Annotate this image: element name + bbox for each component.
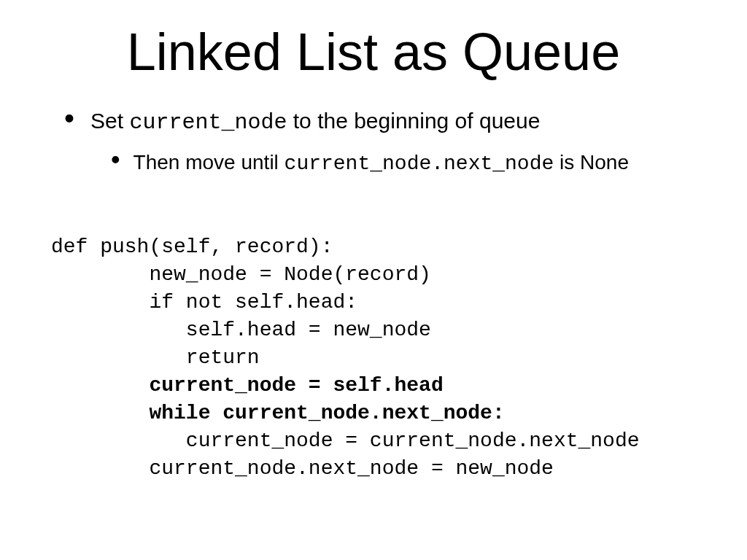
bullet-2-post: is None <box>554 151 629 174</box>
bullet-1-text: Set current_node to the beginning of que… <box>90 108 540 136</box>
bullet-2-text: Then move until current_node.next_node i… <box>133 150 629 176</box>
code-line: return <box>51 346 260 369</box>
bullet-2-code: current_node.next_node <box>285 152 554 175</box>
code-line: current_node.next_node = new_node <box>51 457 554 480</box>
bullet-2-pre: Then move until <box>133 151 285 174</box>
bullet-1-post: to the beginning of queue <box>287 109 540 133</box>
code-line: self.head = new_node <box>51 319 431 341</box>
bullet-dot-icon: • <box>64 108 74 128</box>
code-line-bold: current_node = self.head <box>51 374 444 397</box>
bullet-dot-icon: • <box>111 150 120 169</box>
bullet-list: • Set current_node to the beginning of q… <box>64 108 718 176</box>
bullet-level-1: • Set current_node to the beginning of q… <box>64 108 718 136</box>
slide-title: Linked List as Queue <box>29 22 718 82</box>
code-line: def push(self, record): <box>51 236 333 258</box>
code-block: def push(self, record): new_node = Node(… <box>51 206 718 510</box>
slide: Linked List as Queue • Set current_node … <box>0 0 747 560</box>
code-line: current_node = current_node.next_node <box>51 429 640 452</box>
code-line: new_node = Node(record) <box>51 263 431 286</box>
bullet-1-pre: Set <box>90 109 129 133</box>
bullet-level-2: • Then move until current_node.next_node… <box>111 150 718 176</box>
code-line: if not self.head: <box>51 291 357 314</box>
code-line-bold: while current_node.next_node: <box>51 402 505 424</box>
bullet-1-code: current_node <box>129 110 287 135</box>
